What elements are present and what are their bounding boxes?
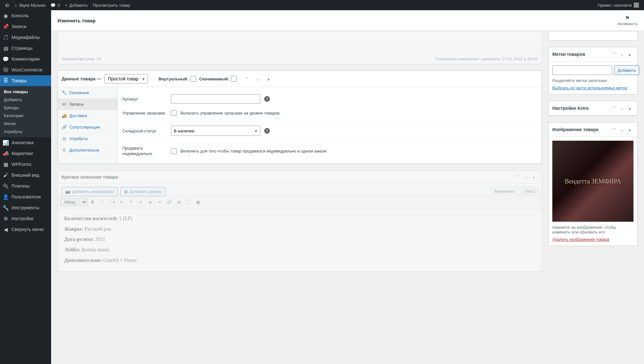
toggle-icon[interactable]: ▴: [626, 126, 633, 133]
tab-advanced[interactable]: ⚙Дополнительно: [58, 145, 118, 156]
virtual-checkbox[interactable]: [190, 76, 196, 82]
sku-input[interactable]: [171, 94, 260, 104]
sub-attributes[interactable]: Атрибуты: [0, 128, 51, 136]
remove-image-link[interactable]: Удалить изображение товара: [552, 237, 633, 242]
menu-wpforms[interactable]: ▦WPForms: [0, 159, 51, 170]
user-greeting[interactable]: Привет, username: [595, 0, 641, 10]
menu-media[interactable]: 🎵Медиафайлы: [0, 32, 51, 43]
tab-linked[interactable]: 🔗Сопутствующие: [58, 122, 118, 133]
move-down-icon[interactable]: ⌄: [618, 50, 626, 58]
menu-pages[interactable]: ▤Страницы: [0, 43, 51, 54]
toolbar-toggle-button[interactable]: ▦: [194, 198, 203, 207]
help-icon[interactable]: ?: [264, 96, 270, 102]
format-select[interactable]: Абзац: [60, 198, 88, 206]
bullet-list-button[interactable]: ⋮≡: [107, 198, 116, 207]
tab-text[interactable]: Текст: [520, 187, 539, 196]
quote-button[interactable]: ❝: [126, 198, 135, 207]
tag-icon: 🏷: [62, 102, 67, 107]
menu-analytics[interactable]: 📊Аналитика: [0, 137, 51, 148]
comment-icon: 💬: [3, 56, 9, 62]
move-down-icon[interactable]: ⌄: [618, 126, 626, 133]
list-icon: ▤: [62, 136, 67, 141]
move-up-icon[interactable]: ⌃: [610, 104, 618, 112]
menu-settings[interactable]: ⚙Настройки: [0, 213, 51, 224]
number-list-button[interactable]: ≡: [117, 198, 126, 207]
align-right-button[interactable]: ≡: [155, 198, 164, 207]
move-down-icon[interactable]: ⌄: [618, 104, 626, 112]
link-button[interactable]: 🔗: [165, 198, 174, 207]
add-form-button[interactable]: ▦Добавить форму: [120, 187, 166, 196]
menu-woocommerce[interactable]: ⓌWooCommerce: [0, 64, 51, 75]
image-box-title: Изображение товара: [552, 127, 598, 132]
add-tag-button[interactable]: Добавить: [614, 65, 639, 75]
activity-button[interactable]: ⚑ Активность: [617, 15, 638, 26]
comments-link[interactable]: 💬 0: [48, 0, 62, 10]
menu-users[interactable]: 👤Пользователи: [0, 191, 51, 202]
menu-posts[interactable]: 📌Записи: [0, 21, 51, 32]
pin-icon: 📌: [3, 23, 9, 30]
menu-comments[interactable]: 💬Комментарии: [0, 54, 51, 64]
product-type-select[interactable]: Простой товар: [104, 74, 148, 84]
move-up-icon[interactable]: ⌃: [243, 75, 251, 83]
editor-content[interactable]: Количество носителей: 1 (LP) Жанры: Русс…: [58, 209, 541, 271]
help-icon[interactable]: ?: [264, 128, 270, 134]
menu-appearance[interactable]: 🖌Внешний вид: [0, 170, 51, 181]
toggle-icon[interactable]: ▴: [265, 75, 272, 83]
add-media-button[interactable]: 📷Добавить медиафайл: [62, 187, 118, 196]
menu-dashboard[interactable]: ◉Консоль: [0, 10, 51, 21]
dashboard-icon: ◉: [3, 12, 9, 19]
move-up-icon[interactable]: ⌃: [610, 50, 618, 58]
tab-visual[interactable]: Визуально: [490, 187, 519, 196]
align-center-button[interactable]: ≣: [146, 198, 155, 207]
tab-shipping[interactable]: 🚚Доставка: [58, 110, 118, 122]
manage-stock-description: Включить управление запасами на уровне т…: [180, 111, 280, 115]
stock-status-select[interactable]: В наличии: [171, 126, 260, 136]
tab-inventory[interactable]: 🏷Запасы: [58, 99, 118, 110]
link-icon: 🔗: [62, 125, 67, 130]
menu-collapse[interactable]: ◀Свернуть меню: [0, 224, 51, 235]
move-up-icon[interactable]: ⌃: [610, 126, 618, 133]
move-down-icon[interactable]: ⌄: [522, 173, 530, 181]
page-icon: ▤: [3, 45, 9, 51]
sold-individually-checkbox[interactable]: [171, 148, 177, 154]
stock-status-label: Складской статус: [122, 129, 167, 133]
manage-stock-checkbox[interactable]: [171, 110, 177, 116]
tab-general[interactable]: 🔧Основные: [58, 87, 118, 99]
menu-tools[interactable]: 🔧Инструменты: [0, 202, 51, 213]
move-down-icon[interactable]: ⌄: [254, 75, 262, 83]
bold-button[interactable]: B: [88, 198, 97, 207]
sub-add-product[interactable]: Добавить: [0, 96, 51, 104]
menu-products[interactable]: 🗄Товары: [0, 75, 51, 86]
fullscreen-button[interactable]: ⛶: [184, 198, 193, 207]
manage-stock-label: Управление запасами: [122, 111, 167, 115]
more-button[interactable]: ⊞: [174, 198, 183, 207]
downloadable-toggle[interactable]: Скачиваемый:: [199, 76, 237, 82]
menu-marketing[interactable]: 📣Маркетинг: [0, 148, 51, 159]
sub-categories[interactable]: Категории: [0, 112, 51, 120]
sub-brands[interactable]: Бренды: [0, 104, 51, 112]
wp-logo[interactable]: [3, 0, 12, 10]
sold-individually-description: Включить для того чтобы товар продавался…: [180, 149, 326, 153]
tag-input[interactable]: [552, 65, 612, 75]
tab-attributes[interactable]: ▤Атрибуты: [58, 133, 118, 145]
add-new-link[interactable]: + Добавить: [62, 0, 90, 10]
site-link[interactable]: ⌂ Звуки Музыки: [12, 0, 48, 10]
sub-all-products[interactable]: Все товары: [0, 88, 51, 96]
view-product-link[interactable]: Просмотреть товар: [90, 0, 133, 10]
sold-individually-label: Продавать индивидуально: [122, 146, 167, 157]
toggle-icon[interactable]: ▴: [626, 50, 633, 58]
sub-tags[interactable]: Метки: [0, 120, 51, 128]
align-left-button[interactable]: ≡: [136, 198, 145, 207]
main-editor-box: Количество слов: 33 Последнее изменение:…: [57, 31, 542, 64]
toggle-icon[interactable]: ▴: [626, 104, 633, 112]
choose-tags-link[interactable]: Выбрать из часто используемых меток: [552, 85, 633, 90]
brush-icon: 🖌: [3, 172, 9, 178]
italic-button[interactable]: I: [98, 198, 107, 207]
virtual-toggle[interactable]: Виртуальный:: [158, 76, 196, 82]
camera-icon: 📷: [65, 189, 70, 194]
menu-plugins[interactable]: 🔌Плагины: [0, 181, 51, 191]
toggle-icon[interactable]: ▴: [530, 173, 538, 181]
move-up-icon[interactable]: ⌃: [515, 173, 522, 181]
product-image-thumbnail[interactable]: Вендетта ЗЕМФИРА: [552, 141, 633, 222]
downloadable-checkbox[interactable]: [231, 76, 237, 82]
